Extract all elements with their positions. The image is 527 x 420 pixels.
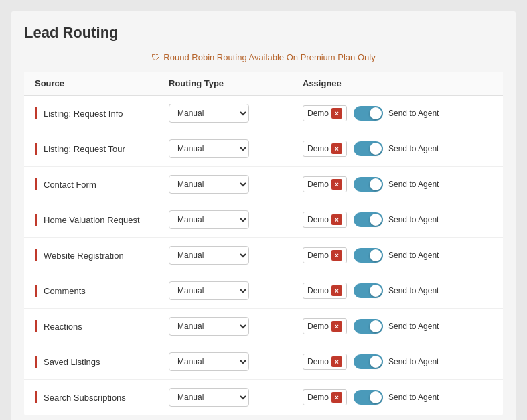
toggle-label-7: Send to Agent bbox=[388, 322, 439, 331]
assignee-name-7: Demo bbox=[307, 322, 329, 331]
source-col-8: Saved Listings bbox=[35, 356, 169, 368]
toggle-container-6: Send to Agent bbox=[354, 283, 439, 298]
routing-select-2[interactable]: ManualRound RobinAuto Assign bbox=[169, 139, 249, 158]
routing-select-1[interactable]: ManualRound RobinAuto Assign bbox=[169, 104, 249, 123]
table-row: ReactionsManualRound RobinAuto AssignDem… bbox=[24, 309, 503, 344]
toggle-7[interactable] bbox=[354, 319, 383, 334]
routing-select-9[interactable]: ManualRound RobinAuto Assign bbox=[169, 388, 249, 407]
source-label-4: Home Valuation Request bbox=[44, 215, 140, 225]
table-header: Source Routing Type Assignee bbox=[24, 72, 503, 96]
assignee-name-6: Demo bbox=[307, 286, 329, 295]
remove-assignee-btn-4[interactable]: × bbox=[331, 214, 342, 225]
toggle-6[interactable] bbox=[354, 283, 383, 298]
toggle-5[interactable] bbox=[354, 248, 383, 263]
remove-assignee-btn-6[interactable]: × bbox=[331, 285, 342, 296]
source-label-2: Listing: Request Tour bbox=[44, 144, 125, 154]
toggle-4[interactable] bbox=[354, 212, 383, 227]
remove-assignee-btn-2[interactable]: × bbox=[331, 143, 342, 154]
assignee-tag-8: Demo× bbox=[303, 354, 347, 370]
routing-col-9: ManualRound RobinAuto Assign bbox=[169, 388, 303, 407]
assignee-name-1: Demo bbox=[307, 109, 329, 118]
premium-notice-bar: 🛡 Round Robin Routing Available On Premi… bbox=[24, 52, 503, 62]
assignee-name-5: Demo bbox=[307, 251, 329, 260]
assignee-col-7: Demo×Send to Agent bbox=[303, 318, 492, 334]
source-col-7: Reactions bbox=[35, 320, 169, 332]
routing-select-6[interactable]: ManualRound RobinAuto Assign bbox=[169, 281, 249, 300]
routing-select-7[interactable]: ManualRound RobinAuto Assign bbox=[169, 317, 249, 336]
toggle-label-2: Send to Agent bbox=[388, 144, 439, 153]
remove-assignee-btn-8[interactable]: × bbox=[331, 356, 342, 367]
toggle-container-9: Send to Agent bbox=[354, 390, 439, 405]
source-col-4: Home Valuation Request bbox=[35, 214, 169, 226]
table-rows-container: Listing: Request InfoManualRound RobinAu… bbox=[24, 96, 503, 415]
remove-assignee-btn-9[interactable]: × bbox=[331, 392, 342, 403]
table-row: Listing: Request InfoManualRound RobinAu… bbox=[24, 96, 503, 131]
routing-select-4[interactable]: ManualRound RobinAuto Assign bbox=[169, 210, 249, 229]
assignee-tag-2: Demo× bbox=[303, 141, 347, 157]
assignee-tag-7: Demo× bbox=[303, 318, 347, 334]
col-header-assignee: Assignee bbox=[303, 78, 492, 88]
col-header-source: Source bbox=[35, 78, 169, 88]
table-row: Home Valuation RequestManualRound RobinA… bbox=[24, 202, 503, 238]
source-col-1: Listing: Request Info bbox=[35, 107, 169, 119]
source-label-6: Comments bbox=[44, 286, 86, 296]
toggle-container-7: Send to Agent bbox=[354, 319, 439, 334]
remove-assignee-btn-3[interactable]: × bbox=[331, 179, 342, 190]
assignee-col-5: Demo×Send to Agent bbox=[303, 247, 492, 263]
source-col-5: Website Registration bbox=[35, 249, 169, 261]
toggle-container-3: Send to Agent bbox=[354, 177, 439, 192]
assignee-tag-5: Demo× bbox=[303, 247, 347, 263]
toggle-8[interactable] bbox=[354, 354, 383, 369]
premium-notice-text: Round Robin Routing Available On Premium… bbox=[163, 52, 375, 62]
routing-col-6: ManualRound RobinAuto Assign bbox=[169, 281, 303, 300]
table-row: Search SubscriptionsManualRound RobinAut… bbox=[24, 380, 503, 415]
toggle-label-9: Send to Agent bbox=[388, 393, 439, 402]
routing-select-8[interactable]: ManualRound RobinAuto Assign bbox=[169, 352, 249, 371]
remove-assignee-btn-7[interactable]: × bbox=[331, 321, 342, 332]
assignee-col-1: Demo×Send to Agent bbox=[303, 105, 492, 121]
shield-icon: 🛡 bbox=[151, 52, 160, 62]
remove-assignee-btn-5[interactable]: × bbox=[331, 250, 342, 261]
toggle-3[interactable] bbox=[354, 177, 383, 192]
assignee-col-8: Demo×Send to Agent bbox=[303, 354, 492, 370]
assignee-name-8: Demo bbox=[307, 357, 329, 366]
routing-select-5[interactable]: ManualRound RobinAuto Assign bbox=[169, 246, 249, 265]
toggle-label-3: Send to Agent bbox=[388, 180, 439, 189]
toggle-container-1: Send to Agent bbox=[354, 106, 439, 121]
assignee-col-6: Demo×Send to Agent bbox=[303, 283, 492, 299]
assignee-col-9: Demo×Send to Agent bbox=[303, 389, 492, 405]
toggle-9[interactable] bbox=[354, 390, 383, 405]
routing-col-8: ManualRound RobinAuto Assign bbox=[169, 352, 303, 371]
assignee-col-2: Demo×Send to Agent bbox=[303, 141, 492, 157]
routing-col-4: ManualRound RobinAuto Assign bbox=[169, 210, 303, 229]
toggle-label-6: Send to Agent bbox=[388, 286, 439, 295]
toggle-1[interactable] bbox=[354, 106, 383, 121]
toggle-container-8: Send to Agent bbox=[354, 354, 439, 369]
assignee-tag-6: Demo× bbox=[303, 283, 347, 299]
col-header-routing: Routing Type bbox=[169, 78, 303, 88]
assignee-tag-9: Demo× bbox=[303, 389, 347, 405]
toggle-label-4: Send to Agent bbox=[388, 215, 439, 224]
toggle-container-4: Send to Agent bbox=[354, 212, 439, 227]
source-col-3: Contact Form bbox=[35, 178, 169, 190]
page-title: Lead Routing bbox=[24, 24, 503, 42]
source-col-2: Listing: Request Tour bbox=[35, 143, 169, 155]
remove-assignee-btn-1[interactable]: × bbox=[331, 108, 342, 119]
routing-col-3: ManualRound RobinAuto Assign bbox=[169, 175, 303, 194]
routing-col-1: ManualRound RobinAuto Assign bbox=[169, 104, 303, 123]
table-row: CommentsManualRound RobinAuto AssignDemo… bbox=[24, 273, 503, 309]
source-label-7: Reactions bbox=[44, 322, 82, 332]
source-label-5: Website Registration bbox=[44, 251, 124, 261]
routing-select-3[interactable]: ManualRound RobinAuto Assign bbox=[169, 175, 249, 194]
toggle-label-8: Send to Agent bbox=[388, 357, 439, 366]
lead-routing-table: Source Routing Type Assignee Listing: Re… bbox=[24, 72, 503, 415]
assignee-name-4: Demo bbox=[307, 215, 329, 224]
source-label-1: Listing: Request Info bbox=[44, 109, 123, 119]
toggle-2[interactable] bbox=[354, 141, 383, 156]
table-row: Website RegistrationManualRound RobinAut… bbox=[24, 238, 503, 273]
source-label-3: Contact Form bbox=[44, 180, 96, 190]
table-row: Contact FormManualRound RobinAuto Assign… bbox=[24, 167, 503, 202]
assignee-tag-3: Demo× bbox=[303, 176, 347, 192]
page-container: Lead Routing 🛡 Round Robin Routing Avail… bbox=[11, 11, 516, 420]
assignee-col-3: Demo×Send to Agent bbox=[303, 176, 492, 192]
